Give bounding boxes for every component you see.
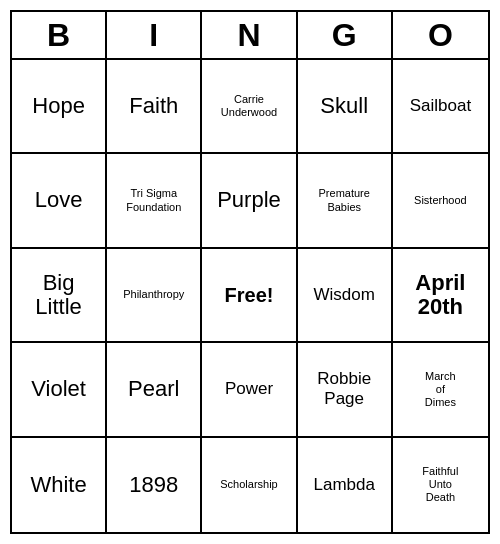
bingo-cell: Wisdom	[298, 249, 393, 343]
header-letter: G	[298, 12, 393, 58]
bingo-cell: Robbie Page	[298, 343, 393, 437]
bingo-cell: 1898	[107, 438, 202, 532]
bingo-cell: Philanthropy	[107, 249, 202, 343]
bingo-cell: Sisterhood	[393, 154, 488, 248]
bingo-cell: Lambda	[298, 438, 393, 532]
bingo-cell: Free!	[202, 249, 297, 343]
bingo-cell: Premature Babies	[298, 154, 393, 248]
bingo-cell: Carrie Underwood	[202, 60, 297, 154]
bingo-cell: Hope	[12, 60, 107, 154]
bingo-cell: Skull	[298, 60, 393, 154]
bingo-cell: March of Dimes	[393, 343, 488, 437]
bingo-cell: Power	[202, 343, 297, 437]
header-letter: B	[12, 12, 107, 58]
bingo-cell: Purple	[202, 154, 297, 248]
bingo-cell: April 20th	[393, 249, 488, 343]
bingo-cell: Big Little	[12, 249, 107, 343]
bingo-cell: Violet	[12, 343, 107, 437]
bingo-cell: Faithful Unto Death	[393, 438, 488, 532]
bingo-cell: Tri Sigma Foundation	[107, 154, 202, 248]
bingo-cell: White	[12, 438, 107, 532]
header-letter: N	[202, 12, 297, 58]
bingo-cell: Faith	[107, 60, 202, 154]
bingo-grid: HopeFaithCarrie UnderwoodSkullSailboatLo…	[12, 60, 488, 532]
bingo-cell: Love	[12, 154, 107, 248]
header-letter: O	[393, 12, 488, 58]
bingo-cell: Sailboat	[393, 60, 488, 154]
header-letter: I	[107, 12, 202, 58]
bingo-header: BINGO	[12, 12, 488, 60]
bingo-cell: Pearl	[107, 343, 202, 437]
bingo-cell: Scholarship	[202, 438, 297, 532]
bingo-card: BINGO HopeFaithCarrie UnderwoodSkullSail…	[10, 10, 490, 534]
